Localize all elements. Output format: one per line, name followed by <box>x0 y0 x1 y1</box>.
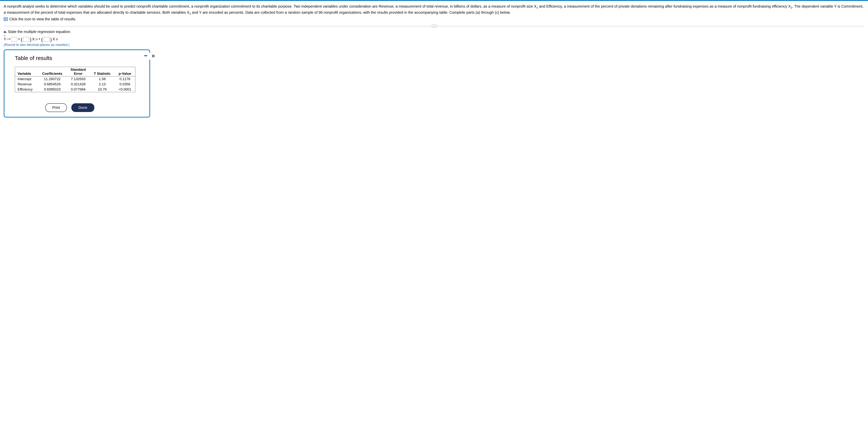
plus-1: + <box>18 37 20 41</box>
col-tstat: T Statistic <box>90 67 115 76</box>
cell-coef: 11.260722 <box>38 76 66 82</box>
cell-p: 0.1178 <box>115 76 135 82</box>
x2-subscript: 2 <box>791 6 792 9</box>
part-a-prompt: a. State the multiple regression equatio… <box>4 30 864 34</box>
y-sub: i <box>7 38 7 41</box>
x1i-sub: 1i <box>35 38 38 41</box>
cell-variable: Efficiency <box>15 87 38 92</box>
col-variable: Variable <box>15 67 38 76</box>
b1-input[interactable] <box>23 37 29 41</box>
table-icon <box>4 17 8 21</box>
col-stderr: Standard Error <box>66 67 90 76</box>
part-a-text: State the multiple regression equation. <box>7 30 71 34</box>
cell-variable: Intercept <box>15 76 38 82</box>
regression-equation: Yi = + ( ) X1i + ( ) X2i <box>4 37 864 42</box>
x1-var: X <box>32 37 34 41</box>
modal-controls: − ✕ <box>141 53 155 60</box>
problem-statement: A nonprofit analyst seeks to determine w… <box>4 3 864 16</box>
close-icon[interactable]: ✕ <box>151 53 155 59</box>
print-button[interactable]: Print <box>45 103 67 112</box>
problem-text-p1: A nonprofit analyst seeks to determine w… <box>4 4 536 8</box>
modal-buttons: Print Done <box>45 103 149 112</box>
cell-se: 0.321428 <box>66 82 90 87</box>
table-row: Revenue 0.6854529 0.321428 2.13 0.0356 <box>15 82 135 87</box>
cell-t: 1.58 <box>90 76 115 82</box>
done-button[interactable]: Done <box>71 103 94 112</box>
cell-t: 10.79 <box>90 87 115 92</box>
results-table: Variable Coefficients Standard Error T S… <box>15 67 135 92</box>
col-pvalue: p-Value <box>115 67 135 76</box>
cell-se: 7.132593 <box>66 76 90 82</box>
col-coefficients: Coefficients <box>38 67 66 76</box>
cell-p: 0.0356 <box>115 82 135 87</box>
close-paren-2: ) <box>50 37 52 42</box>
cell-se: 0.077684 <box>66 87 90 92</box>
y-hat: Y <box>4 37 6 41</box>
view-table-label: Click the icon to view the table of resu… <box>9 17 76 21</box>
minimize-icon[interactable]: − <box>144 53 148 59</box>
plus-2: + <box>38 37 40 41</box>
table-row: Intercept 11.260722 7.132593 1.58 0.1178 <box>15 76 135 82</box>
x2i-sub: 2i <box>56 38 58 41</box>
equals: = <box>8 37 10 41</box>
b2-input[interactable] <box>43 37 50 41</box>
stderr-l2: Error <box>74 72 83 75</box>
cell-coef: 0.6854529 <box>38 82 66 87</box>
open-paren-2: ( <box>41 37 43 42</box>
x1-subscript: 1 <box>536 6 538 9</box>
close-paren-1: ) <box>30 37 32 42</box>
modal-title: Table of results <box>4 54 149 67</box>
open-paren-1: ( <box>21 37 23 42</box>
stderr-l1: Standard <box>71 68 86 71</box>
problem-text-p1d: and Y are encoded as percents. Data are … <box>191 10 510 14</box>
x2-subscript-2: 2 <box>189 12 191 15</box>
x2-var: X <box>53 37 55 41</box>
view-table-link[interactable]: Click the icon to view the table of resu… <box>4 17 864 21</box>
table-header-row: Variable Coefficients Standard Error T S… <box>15 67 135 76</box>
cell-p: <0.0001 <box>115 87 135 92</box>
cell-variable: Revenue <box>15 82 38 87</box>
part-a-label: a. <box>4 30 7 34</box>
expand-pill[interactable] <box>431 25 437 28</box>
results-modal: − ✕ Table of results Variable Coefficien… <box>4 49 150 117</box>
table-row: Efficiency 0.8385023 0.077684 10.79 <0.0… <box>15 87 135 92</box>
cell-coef: 0.8385023 <box>38 87 66 92</box>
main-content: A nonprofit analyst seeks to determine w… <box>0 1 868 121</box>
cell-t: 2.13 <box>90 82 115 87</box>
rounding-hint: (Round to two decimal places as needed.) <box>4 43 864 47</box>
problem-text-p1b: and Efficiency, a measurement of the per… <box>538 4 791 8</box>
intercept-input[interactable] <box>11 37 17 41</box>
